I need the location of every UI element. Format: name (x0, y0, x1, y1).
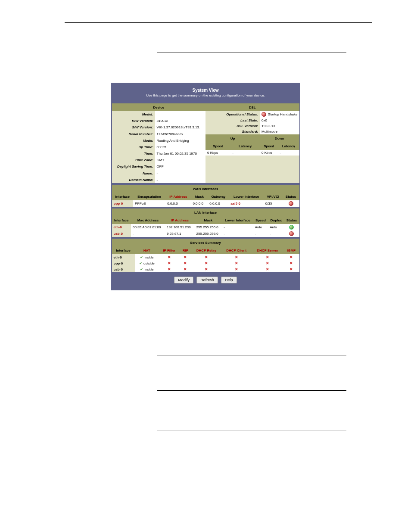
svc-rip-link[interactable]: RIP (180, 246, 191, 254)
sw-label: S/W Version: (112, 124, 155, 131)
cross-icon: ✕ (161, 255, 178, 259)
dslver-value: T93.3.13 (260, 123, 299, 129)
domain-label: Domain Name: (112, 177, 155, 183)
ip-address-link-head[interactable]: IP Address (165, 193, 191, 200)
check-icon: ✓ (139, 261, 143, 265)
cross-icon: ✕ (193, 267, 219, 271)
svc-dhcpserver-link[interactable]: DHCP Server (252, 246, 283, 254)
uptime-label: Up Time: (112, 144, 155, 150)
cross-icon: ✕ (161, 261, 178, 265)
refresh-button[interactable]: Refresh (196, 277, 218, 283)
uptime-value: 0:2:35 (155, 144, 206, 150)
speed-down-head: Speed (260, 142, 278, 150)
serial-label: Serial Number: (112, 131, 155, 137)
cross-icon: ✕ (253, 267, 282, 271)
sw-value: VIK-1.37.020618b/T93.3.13. (155, 124, 206, 131)
cross-icon: ✕ (193, 261, 219, 265)
lan-ip-link-head[interactable]: IP Address (165, 216, 195, 224)
wan-lower-link[interactable]: aal5-0 (229, 200, 263, 207)
hw-label: H/W Version: (112, 118, 155, 124)
cross-icon: ✕ (193, 255, 219, 259)
lan-usb0-led-icon (289, 231, 294, 236)
svc-ipfilter-link[interactable]: IP Filter (159, 246, 180, 254)
cross-icon: ✕ (181, 255, 190, 259)
lan-iface-usb0-link[interactable]: usb-0 (112, 230, 131, 237)
name-label: Name: (112, 170, 155, 177)
tz-label: Time Zone: (112, 157, 155, 163)
services-table: Services Summary Interface NAT IP Filter… (112, 239, 299, 272)
svc-dhcpclient-link[interactable]: DHCP Client (221, 246, 252, 254)
svc-igmp-link[interactable]: IGMP (283, 246, 299, 254)
name-value: - (155, 170, 206, 177)
cross-icon: ✕ (285, 267, 298, 271)
speed-up-head: Speed (206, 142, 230, 150)
services-head: Services Summary (112, 239, 299, 246)
domain-value: - (155, 177, 206, 183)
speed-down-value: 0 Kbps (260, 150, 278, 156)
tz-value: GMT (155, 157, 206, 163)
wan-interface-link[interactable]: ppp-0 (112, 200, 134, 207)
model-label: Model: (112, 111, 155, 118)
check-icon: ✓ (140, 255, 143, 259)
opstatus-value: Startup Handshake (268, 112, 298, 116)
speed-up-value: 0 Kbps (206, 150, 230, 156)
cross-icon: ✕ (285, 261, 298, 265)
laststate-value: 0x0 (260, 118, 299, 123)
dsl-table: DSL Operational Status: Startup Handshak… (206, 103, 299, 183)
status-led-icon (262, 112, 266, 117)
dst-value: OFF (155, 163, 206, 170)
latency-down-value: - (278, 150, 299, 156)
cross-icon: ✕ (285, 255, 298, 259)
device-table: Device Model: H/W Version:810012 S/W Ver… (112, 103, 206, 183)
help-button[interactable]: Help (221, 277, 237, 283)
time-label: Time: (112, 150, 155, 157)
svc-dhcprelay-link[interactable]: DHCP Relay (191, 246, 221, 254)
modify-button[interactable]: Modify (174, 277, 193, 283)
device-head: Device (112, 103, 206, 111)
lan-table: LAN Interface Interface Mac Address IP A… (112, 208, 299, 237)
check-icon: ✓ (140, 267, 143, 271)
cross-icon: ✕ (253, 261, 282, 265)
hw-value: 810012 (155, 118, 206, 124)
latency-up-value: - (230, 150, 260, 156)
down-head: Down (260, 134, 299, 142)
dsl-head: DSL (206, 103, 299, 111)
lan-head: LAN Interface (112, 208, 299, 216)
lan-iface-eth0-link[interactable]: eth-0 (112, 224, 131, 230)
dslver-label: DSL Version: (206, 123, 260, 129)
lan-eth0-led-icon (289, 225, 294, 230)
serial-value: 123456789abcdx (155, 131, 206, 137)
up-head: Up (206, 134, 260, 142)
cross-icon: ✕ (223, 255, 250, 259)
separator-5 (157, 430, 346, 431)
cross-icon: ✕ (223, 261, 250, 265)
wan-table: WAN Interfaces Interface Encapsulation I… (112, 185, 299, 207)
cross-icon: ✕ (253, 255, 282, 259)
wan-head: WAN Interfaces (112, 185, 299, 193)
cross-icon: ✕ (223, 267, 250, 271)
time-value: Thu Jan 01 00:02:35 1970 (155, 150, 206, 157)
standard-label: Standard: (206, 129, 260, 134)
opstatus-label: Operational Status: (206, 111, 260, 118)
svc-nat-link[interactable]: NAT (135, 246, 159, 254)
panel-title: System View (112, 88, 299, 93)
latency-down-head: Latency (278, 142, 299, 150)
panel-desc: Use this page to get the summary on the … (112, 93, 299, 102)
mode-label: Mode: (112, 137, 155, 144)
latency-up-head: Latency (230, 142, 260, 150)
model-value (155, 111, 206, 118)
cross-icon: ✕ (181, 261, 190, 265)
mode-value: Routing And Bridging (155, 137, 206, 144)
cross-icon: ✕ (161, 267, 178, 271)
dst-label: Daylight Saving Time: (112, 163, 155, 170)
standard-value: Multimode (260, 129, 299, 134)
cross-icon: ✕ (181, 267, 190, 271)
system-view-panel: System View Use this page to get the sum… (111, 83, 300, 290)
wan-status-led-icon (289, 201, 293, 206)
laststate-label: Last State: (206, 118, 260, 123)
